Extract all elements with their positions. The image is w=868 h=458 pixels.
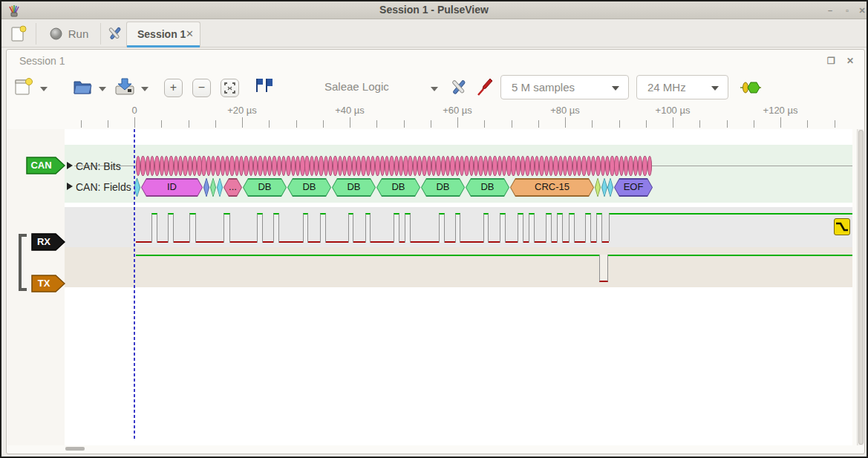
ruler-minor-tick bbox=[699, 120, 700, 128]
ruler-minor-tick bbox=[323, 120, 324, 128]
field-label: DB bbox=[287, 178, 331, 197]
save-dropdown-arrow[interactable] bbox=[141, 87, 149, 91]
rx-low-segment bbox=[535, 241, 546, 243]
dock-close-icon[interactable]: ✕ bbox=[846, 56, 854, 66]
decoder-field-annotation[interactable]: DB bbox=[421, 178, 465, 197]
run-button[interactable]: Run bbox=[42, 22, 97, 45]
channel-tag-tx[interactable]: TX bbox=[31, 275, 65, 292]
probe-button[interactable] bbox=[475, 77, 495, 96]
channel-group-bracket bbox=[19, 234, 27, 291]
decoder-bit-annotation bbox=[601, 156, 605, 176]
falling-edge-icon bbox=[835, 219, 849, 235]
settings-button[interactable] bbox=[104, 23, 125, 44]
close-button[interactable]: ✕ bbox=[855, 4, 868, 16]
new-view-dropdown-arrow[interactable] bbox=[40, 87, 48, 91]
ruler-major-tick bbox=[134, 117, 135, 128]
ruler-minor-tick bbox=[161, 120, 162, 128]
tab-active-indicator bbox=[127, 45, 200, 48]
rx-low-segment bbox=[489, 241, 500, 243]
maximize-button[interactable]: ▫ bbox=[841, 4, 854, 16]
decoder-field-annotation[interactable]: DB bbox=[243, 178, 287, 197]
toolbar-separator bbox=[36, 23, 36, 45]
new-view-icon bbox=[13, 77, 33, 96]
decoder-field-annotation[interactable]: DB bbox=[376, 178, 420, 197]
row-label-can-fields: CAN: Fields bbox=[76, 181, 131, 193]
decoder-field-annotation[interactable]: ID bbox=[141, 178, 203, 197]
open-dropdown-arrow[interactable] bbox=[99, 87, 106, 91]
ruler-tick-label: +80 µs bbox=[550, 105, 580, 116]
ruler-minor-tick bbox=[404, 120, 405, 128]
decoder-field-annotation[interactable]: CRC-15 bbox=[510, 178, 594, 197]
tab-close-icon[interactable]: ✕ bbox=[186, 28, 194, 39]
ruler-tick-label: +40 µs bbox=[335, 105, 365, 116]
rx-low-segment bbox=[602, 241, 609, 243]
decoder-bit-annotation bbox=[174, 156, 178, 176]
decoder-field-annotation[interactable]: DB bbox=[287, 178, 331, 197]
rx-high-pulse bbox=[557, 213, 563, 243]
decoder-bit-annotation bbox=[497, 156, 502, 176]
decoder-bit-annotation bbox=[375, 156, 379, 176]
decoder-bit-annotation bbox=[436, 156, 440, 176]
trigger-marker-badge[interactable] bbox=[834, 218, 850, 235]
save-button[interactable] bbox=[114, 77, 135, 96]
decoder-bit-annotation bbox=[277, 156, 281, 176]
flags-icon bbox=[254, 77, 273, 95]
field-label: DB bbox=[421, 178, 465, 197]
vertical-scrollbar-handle[interactable] bbox=[858, 130, 864, 445]
rx-high-pulse bbox=[348, 213, 353, 243]
decoder-field-annotation[interactable]: EOF bbox=[614, 178, 653, 197]
expand-arrow-icon[interactable] bbox=[67, 183, 73, 190]
ruler-minor-tick bbox=[376, 120, 377, 128]
minimize-button[interactable]: – bbox=[823, 4, 837, 16]
channel-tag-rx[interactable]: RX bbox=[31, 233, 65, 251]
decoder-bit-annotation bbox=[291, 156, 296, 176]
rx-high-pulse bbox=[596, 213, 602, 243]
open-folder-icon bbox=[73, 77, 93, 96]
sample-count-select[interactable]: 5 M samples bbox=[500, 75, 629, 99]
add-decoder-button[interactable] bbox=[740, 80, 762, 95]
add-decoder-icon bbox=[740, 80, 762, 95]
decoder-bit-annotation bbox=[333, 156, 337, 176]
decoder-field-annotation[interactable]: DB bbox=[466, 178, 509, 197]
new-session-button[interactable] bbox=[7, 23, 30, 45]
rx-low-segment bbox=[136, 241, 151, 243]
sample-rate-select[interactable]: 24 MHz bbox=[636, 75, 728, 99]
zoom-out-button[interactable]: − bbox=[192, 79, 211, 97]
decoder-field-annotation[interactable]: DB bbox=[332, 178, 376, 197]
vertical-scrollbar[interactable] bbox=[857, 129, 864, 445]
zoom-fit-button[interactable] bbox=[221, 79, 239, 97]
pulseview-window: Session 1 - PulseView – ▫ ✕ Run bbox=[0, 0, 868, 458]
zoom-in-button[interactable]: + bbox=[164, 79, 183, 97]
field-label: ID bbox=[141, 178, 203, 197]
rx-high-pulse bbox=[455, 213, 460, 243]
rx-high-pulse bbox=[303, 213, 308, 243]
new-view-button[interactable] bbox=[13, 77, 33, 96]
show-flags-button[interactable] bbox=[254, 77, 273, 95]
rx-low-segment bbox=[371, 241, 394, 243]
title-bar[interactable]: Session 1 - PulseView – ▫ ✕ bbox=[1, 1, 867, 19]
tx-tag-label: TX bbox=[31, 275, 56, 292]
decoder-bit-annotation bbox=[647, 156, 652, 176]
ruler-minor-tick bbox=[807, 120, 808, 128]
time-cursor-line[interactable] bbox=[134, 129, 135, 439]
horizontal-scrollbar[interactable] bbox=[65, 447, 85, 451]
decoder-tag-can[interactable]: CAN bbox=[26, 157, 65, 174]
rx-high-pulse bbox=[483, 213, 489, 243]
rx-low-segment bbox=[445, 241, 455, 243]
decoder-bit-annotation bbox=[525, 156, 529, 176]
expand-arrow-icon[interactable] bbox=[67, 162, 73, 169]
device-select[interactable]: Saleae Logic bbox=[324, 80, 389, 93]
rx-high-pulse bbox=[439, 213, 445, 243]
ruler-major-tick bbox=[350, 117, 350, 128]
tab-session-1[interactable]: Session 1 ✕ bbox=[126, 22, 200, 48]
decoder-bit-annotation bbox=[642, 156, 647, 176]
device-dropdown-arrow[interactable] bbox=[431, 87, 438, 91]
rx-high-pulse bbox=[529, 213, 535, 243]
rx-high-pulse bbox=[151, 213, 157, 243]
ruler-tick-label: +100 µs bbox=[656, 105, 691, 116]
open-button[interactable] bbox=[73, 77, 93, 96]
device-config-button[interactable] bbox=[448, 77, 468, 96]
rx-low-segment bbox=[157, 241, 168, 243]
dock-float-icon[interactable]: ❐ bbox=[827, 56, 835, 66]
rx-low-segment bbox=[563, 241, 569, 243]
